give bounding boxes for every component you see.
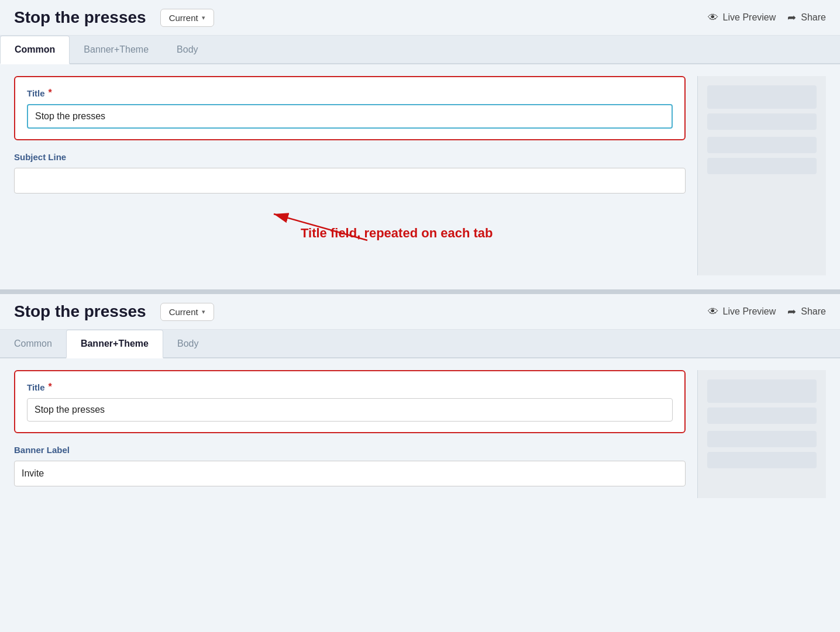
panel-2-side [697, 370, 826, 498]
live-preview-button-1[interactable]: 👁 Live Preview [708, 12, 776, 24]
side-item-3 [707, 137, 817, 153]
chevron-icon-2: ▾ [202, 308, 205, 316]
live-preview-button-2[interactable]: 👁 Live Preview [708, 306, 776, 318]
tab-common-2[interactable]: Common [0, 330, 66, 357]
subject-label-1: Subject Line [14, 152, 686, 162]
panel-2-content: Title * Banner Label [0, 358, 840, 512]
panel-2: Stop the presses Current ▾ 👁 Live Previe… [0, 294, 840, 512]
subject-section-1: Subject Line [14, 152, 686, 194]
share-icon-2: ➦ [787, 305, 796, 318]
version-label-2: Current [169, 307, 198, 317]
live-preview-label-1: Live Preview [723, 12, 776, 23]
share-button-1[interactable]: ➦ Share [787, 11, 826, 24]
panel-1-header: Stop the presses Current ▾ 👁 Live Previe… [0, 0, 840, 36]
tab-banner-theme-2[interactable]: Banner+Theme [66, 330, 163, 358]
tab-common-1[interactable]: Common [0, 36, 70, 64]
eye-icon-2: 👁 [708, 306, 718, 318]
side2-item-3 [707, 431, 817, 447]
eye-icon-1: 👁 [708, 12, 718, 24]
side2-item-2 [707, 407, 817, 424]
panel-1-main-form: Title * Subject Line [14, 76, 686, 275]
header-actions-2: 👁 Live Preview ➦ Share [708, 305, 826, 318]
share-icon-1: ➦ [787, 11, 796, 24]
title-input-1[interactable] [27, 104, 673, 129]
tab-body-1[interactable]: Body [163, 36, 212, 63]
banner-label-input[interactable] [14, 461, 686, 486]
side2-item-1 [707, 379, 817, 403]
title-label-1: Title * [27, 88, 673, 98]
panel-divider [0, 289, 840, 294]
panel-2-header: Stop the presses Current ▾ 👁 Live Previe… [0, 294, 840, 330]
panel-1-title: Stop the presses [14, 8, 146, 27]
share-label-1: Share [801, 12, 826, 23]
subject-input-1[interactable] [14, 168, 686, 194]
title-section-2: Title * [14, 370, 686, 433]
required-star-1: * [49, 88, 52, 98]
version-dropdown-1[interactable]: Current ▾ [160, 9, 214, 27]
panel-1-content: Title * Subject Line [0, 64, 840, 289]
tabs-bar-1: Common Banner+Theme Body [0, 36, 840, 64]
title-label-2: Title * [27, 382, 673, 392]
panel-2-title: Stop the presses [14, 302, 146, 321]
title-section-1: Title * [14, 76, 686, 140]
svg-line-1 [274, 214, 367, 240]
version-label-1: Current [169, 13, 198, 23]
title-input-2[interactable] [27, 398, 673, 422]
tabs-bar-2: Common Banner+Theme Body [0, 330, 840, 358]
share-button-2[interactable]: ➦ Share [787, 305, 826, 318]
share-label-2: Share [801, 306, 826, 317]
version-dropdown-2[interactable]: Current ▾ [160, 303, 214, 321]
side2-item-4 [707, 452, 817, 468]
chevron-icon-1: ▾ [202, 14, 205, 22]
header-actions-1: 👁 Live Preview ➦ Share [708, 11, 826, 24]
tab-body-2[interactable]: Body [163, 330, 212, 357]
side-item-4 [707, 158, 817, 174]
required-star-2: * [49, 382, 52, 392]
annotation-text: Title field, repeated on each tab [301, 226, 493, 241]
annotation-area: Title field, repeated on each tab [14, 205, 686, 275]
tab-banner-theme-1[interactable]: Banner+Theme [70, 36, 163, 63]
panel-1-side [697, 76, 826, 275]
banner-label-label: Banner Label [14, 445, 686, 455]
panel-2-main-form: Title * Banner Label [14, 370, 686, 498]
side-item-2 [707, 113, 817, 130]
live-preview-label-2: Live Preview [723, 306, 776, 317]
panel-1: Stop the presses Current ▾ 👁 Live Previe… [0, 0, 840, 289]
side-item-1 [707, 85, 817, 109]
banner-label-section: Banner Label [14, 445, 686, 486]
